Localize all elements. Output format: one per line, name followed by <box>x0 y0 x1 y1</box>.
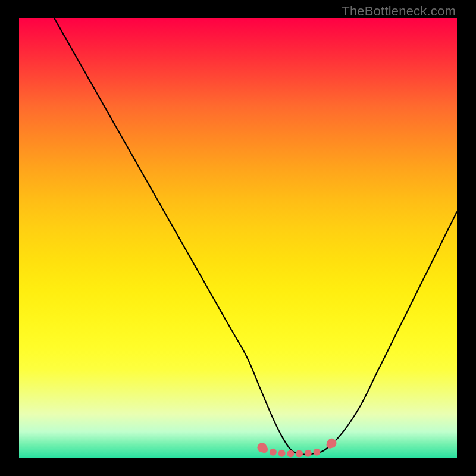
watermark-text: TheBottleneck.com <box>342 4 456 19</box>
chart-frame: TheBottleneck.com <box>0 0 476 476</box>
curve-markers <box>257 439 336 458</box>
curve-marker <box>305 450 312 457</box>
curve-marker <box>278 450 286 457</box>
curve-marker <box>313 449 320 456</box>
curve-marker-end <box>327 439 337 448</box>
curve-marker <box>270 449 277 456</box>
bottleneck-curve <box>54 18 457 455</box>
curve-marker <box>287 450 294 458</box>
curve-marker-end <box>257 443 267 452</box>
curve-marker <box>296 450 303 458</box>
chart-plot-area <box>19 18 457 458</box>
chart-svg <box>19 18 457 458</box>
